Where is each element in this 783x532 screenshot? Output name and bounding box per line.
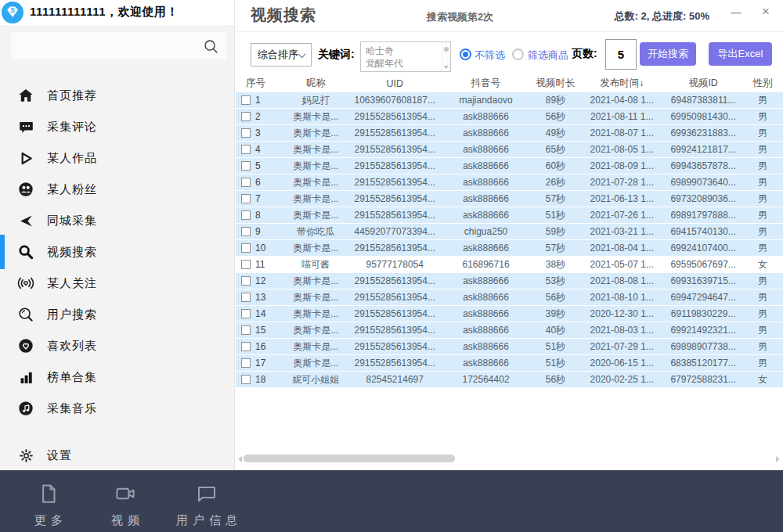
row-checkbox[interactable] xyxy=(241,276,251,286)
sort-order-select[interactable]: 综合排序 xyxy=(251,43,312,66)
row-checkbox[interactable] xyxy=(241,227,251,236)
row-checkbox[interactable] xyxy=(241,128,251,138)
table-row[interactable]: 6 奥斯卡是... 29155285613954... ask888666 26… xyxy=(236,174,783,190)
cell-publish-time: 2021-05-07 1... xyxy=(579,259,664,270)
row-checkbox[interactable] xyxy=(241,95,251,105)
sidebar-item-collect-music[interactable]: 采集音乐 xyxy=(0,393,234,424)
row-index: 16 xyxy=(255,341,265,352)
row-checkbox[interactable] xyxy=(241,375,251,384)
start-search-button[interactable]: 开始搜索 xyxy=(640,42,696,66)
column-header-uid[interactable]: UID xyxy=(349,75,441,92)
scroll-left-arrow-icon[interactable] xyxy=(238,456,242,462)
row-index: 3 xyxy=(255,128,261,138)
sidebar-item-user-search[interactable]: 用户搜索 xyxy=(0,299,234,330)
table-row[interactable]: 3 奥斯卡是... 29155285613954... ask888666 49… xyxy=(236,125,783,141)
sidebar-item-city-collect[interactable]: 同城采集 xyxy=(0,205,234,236)
table-row[interactable]: 18 妮可小姐姐 82545214697 172564402 56秒 2020-… xyxy=(236,372,783,387)
table-row[interactable]: 17 奥斯卡是... 29155285613954... ask888666 5… xyxy=(236,355,783,371)
column-header-index[interactable]: 序号 xyxy=(236,75,283,92)
close-button[interactable]: × xyxy=(756,0,775,23)
bottom-nav-user-info[interactable]: 用户信息 xyxy=(164,482,249,528)
table-row[interactable]: 10 奥斯卡是... 29155285613954... ask888666 5… xyxy=(236,240,783,256)
cell-douyin-id: ask888666 xyxy=(441,144,532,155)
cell-duration: 26秒 xyxy=(531,176,579,189)
table-row[interactable]: 7 奥斯卡是... 29155285613954... ask888666 57… xyxy=(236,191,783,207)
row-checkbox[interactable] xyxy=(241,178,251,187)
cell-douyin-id: majiandaovo xyxy=(441,95,532,106)
table-row[interactable]: 9 带你吃瓜 44592077073394... chigua250 59秒 2… xyxy=(236,224,783,239)
column-header-video-id[interactable]: 视频ID xyxy=(664,75,742,92)
cell-gender: 女 xyxy=(742,373,783,386)
row-checkbox[interactable] xyxy=(241,358,251,368)
sidebar-item-home-feed[interactable]: 首页推荐 xyxy=(0,80,234,111)
column-header-douyin-id[interactable]: 抖音号 xyxy=(441,75,532,92)
row-index: 17 xyxy=(255,358,265,368)
sidebar-menu: 首页推荐 采集评论 某人作品 某人粉丝 xyxy=(0,80,234,424)
table-row[interactable]: 2 奥斯卡是... 29155285613954... ask888666 56… xyxy=(236,109,783,124)
filter-goods-label[interactable]: 筛选商品 xyxy=(528,49,568,63)
pages-input[interactable]: 5 xyxy=(605,39,637,70)
sidebar-item-user-follows[interactable]: 某人关注 xyxy=(0,268,234,299)
column-header-nickname[interactable]: 昵称 xyxy=(283,75,349,92)
row-checkbox[interactable] xyxy=(241,260,251,269)
sidebar-item-label: 首页推荐 xyxy=(47,88,97,103)
sidebar-item-ranking-collection[interactable]: 榜单合集 xyxy=(0,361,234,393)
scrollbar-thumb[interactable] xyxy=(244,455,455,462)
row-checkbox[interactable] xyxy=(241,210,251,220)
row-checkbox[interactable] xyxy=(241,325,251,335)
file-icon xyxy=(37,482,60,509)
sidebar-item-collect-comments[interactable]: 采集评论 xyxy=(0,111,234,142)
no-filter-label[interactable]: 不筛选 xyxy=(474,49,505,63)
bottom-nav-more[interactable]: 更多 xyxy=(23,482,74,528)
row-checkbox[interactable] xyxy=(241,145,251,154)
row-checkbox[interactable] xyxy=(241,194,251,203)
table-row[interactable]: 1 妈见打 10639607608187... majiandaovo 89秒 … xyxy=(236,92,783,108)
table-row[interactable]: 15 奥斯卡是... 29155285613954... ask888666 4… xyxy=(236,322,783,338)
sidebar-item-user-works[interactable]: 某人作品 xyxy=(0,142,234,174)
row-checkbox[interactable] xyxy=(241,293,251,302)
scroll-right-arrow-icon[interactable] xyxy=(776,456,780,462)
table-row[interactable]: 14 奥斯卡是... 29155285613954... ask888666 3… xyxy=(236,306,783,322)
cell-gender: 男 xyxy=(742,291,783,304)
keyword-input[interactable]: 哈士奇 觉醒年代 xyxy=(360,41,451,72)
sidebar-item-video-search[interactable]: 视频搜索 xyxy=(0,236,234,268)
row-checkbox[interactable] xyxy=(241,112,251,121)
cell-video-id: 69924121817... xyxy=(664,144,742,155)
table-row[interactable]: 13 奥斯卡是... 29155285613954... ask888666 5… xyxy=(236,289,783,305)
cell-nickname: 奥斯卡是... xyxy=(283,192,349,206)
minimize-button[interactable]: — xyxy=(727,0,745,23)
no-filter-radio[interactable] xyxy=(460,49,471,60)
table-row[interactable]: 5 奥斯卡是... 29155285613954... ask888666 60… xyxy=(236,158,783,174)
table-row[interactable]: 4 奥斯卡是... 29155285613954... ask888666 65… xyxy=(236,142,783,157)
row-checkbox[interactable] xyxy=(241,161,251,171)
table-row[interactable]: 8 奥斯卡是... 29155285613954... ask888666 51… xyxy=(236,207,783,223)
filter-goods-radio[interactable] xyxy=(512,49,524,60)
cell-nickname: 奥斯卡是... xyxy=(283,127,349,140)
cell-gender: 女 xyxy=(742,258,783,271)
search-icon xyxy=(16,243,35,261)
keyword-scrollbar[interactable] xyxy=(442,42,450,71)
sidebar-item-settings[interactable]: 设置 xyxy=(0,440,234,471)
cell-duration: 60秒 xyxy=(531,160,579,173)
row-checkbox[interactable] xyxy=(241,309,251,318)
row-checkbox[interactable] xyxy=(241,342,251,351)
column-header-publish-time-sorted[interactable]: 发布时间↓ xyxy=(579,75,664,92)
location-arrow-icon xyxy=(16,211,35,230)
cell-gender: 男 xyxy=(742,209,783,222)
sidebar-item-like-list[interactable]: 喜欢列表 xyxy=(0,330,234,361)
sidebar-item-label: 某人粉丝 xyxy=(47,182,97,197)
svg-text:S: S xyxy=(10,6,15,14)
sidebar-search-input[interactable] xyxy=(10,31,227,60)
cell-duration: 57秒 xyxy=(531,242,579,255)
export-excel-button[interactable]: 导出Excel xyxy=(709,42,772,66)
heart-circle-icon xyxy=(16,336,35,355)
cell-douyin-id: ask888666 xyxy=(441,292,532,303)
sidebar-item-user-fans[interactable]: 某人粉丝 xyxy=(0,174,234,205)
column-header-gender[interactable]: 性别 xyxy=(742,75,783,92)
table-row[interactable]: 11 喵可酱 95777178054 616896716 38秒 2021-05… xyxy=(236,257,783,272)
column-header-duration[interactable]: 视频时长 xyxy=(531,75,579,92)
table-row[interactable]: 12 奥斯卡是... 29155285613954... ask888666 5… xyxy=(236,273,783,289)
table-row[interactable]: 16 奥斯卡是... 29155285613954... ask888666 5… xyxy=(236,339,783,354)
row-checkbox[interactable] xyxy=(241,243,251,253)
bottom-nav-video[interactable]: 视频 xyxy=(100,482,150,528)
